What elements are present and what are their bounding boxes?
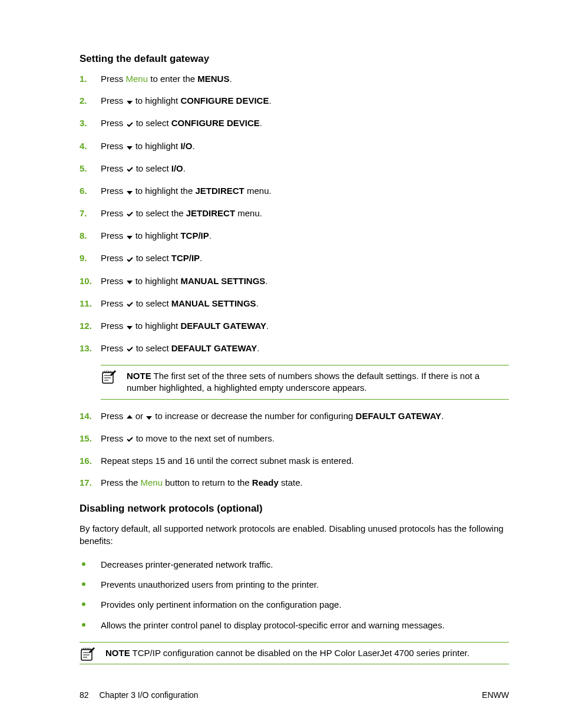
step-num: 4.: [80, 140, 87, 152]
text: to highlight: [133, 230, 181, 241]
step-17: 17.Press the Menu button to return to th…: [80, 477, 509, 489]
text: Press: [101, 141, 126, 151]
check-icon: [127, 343, 133, 355]
bold: JETDIRECT: [186, 208, 235, 218]
step-num: 8.: [80, 230, 87, 242]
footer-right: ENWW: [482, 690, 509, 700]
text: state.: [279, 477, 303, 487]
bold: Ready: [252, 477, 279, 487]
text: Press: [101, 163, 126, 173]
bold: TCP/IP: [171, 253, 200, 263]
step-num: 5.: [80, 163, 87, 174]
note-pencil-icon: [80, 646, 96, 664]
menu-link: Menu: [141, 477, 163, 487]
step-num: 13.: [80, 342, 92, 354]
text: Press: [101, 74, 126, 84]
text: Press: [101, 95, 126, 106]
note-text: The first set of the three sets of numbe…: [127, 371, 480, 393]
step-num: 11.: [80, 298, 92, 309]
check-icon: [127, 208, 133, 220]
text: or: [133, 411, 146, 421]
page-number: 82: [80, 690, 89, 700]
down-arrow-icon: [127, 140, 133, 152]
down-arrow-icon: [127, 321, 133, 332]
down-arrow-icon: [127, 230, 133, 242]
text: .: [257, 343, 259, 353]
heading-default-gateway: Setting the default gateway: [80, 53, 509, 65]
step-16: 16.Repeat steps 15 and 16 until the corr…: [80, 455, 509, 467]
text: Press: [101, 411, 126, 421]
step-num: 2.: [80, 95, 87, 107]
bullet-item: Decreases printer-generated network traf…: [80, 559, 509, 571]
step-9: 9.Press to select TCP/IP.: [80, 252, 509, 265]
bullet-item: Allows the printer control panel to disp…: [80, 620, 509, 631]
step-4: 4.Press to highlight I/O.: [80, 140, 509, 153]
text: to move to the next set of numbers.: [134, 433, 275, 443]
bold: CONFIGURE DEVICE: [171, 118, 260, 128]
down-arrow-icon: [127, 186, 133, 197]
svg-marker-2: [127, 191, 133, 195]
bold: CONFIGURE DEVICE: [180, 95, 269, 106]
svg-marker-0: [127, 101, 133, 104]
page-footer: 82 Chapter 3 I/O configuration ENWW: [80, 690, 509, 700]
text: .: [192, 141, 194, 151]
step-num: 6.: [80, 185, 87, 197]
text: to select the: [134, 208, 186, 218]
text: Press: [101, 118, 126, 128]
text: Press: [101, 276, 126, 286]
note-pencil-icon: [101, 369, 117, 387]
text: Press: [101, 433, 126, 443]
bold: DEFAULT GATEWAY: [180, 321, 266, 331]
bullet-list: Decreases printer-generated network traf…: [80, 559, 509, 631]
note-box-2: NOTE TCP/IP configuration cannot be disa…: [80, 642, 509, 664]
check-icon: [127, 163, 133, 175]
down-arrow-icon: [127, 275, 133, 287]
step-15: 15.Press to move to the next set of numb…: [80, 433, 509, 445]
bold: I/O: [171, 163, 183, 173]
note-text: TCP/IP configuration cannot be disabled …: [130, 648, 470, 658]
bold: TCP/IP: [180, 230, 209, 241]
svg-marker-11: [146, 416, 152, 420]
step-num: 7.: [80, 207, 87, 219]
step-10: 10.Press to highlight MANUAL SETTINGS.: [80, 275, 509, 288]
text: to highlight: [133, 321, 181, 331]
text: Repeat steps 15 and 16 until the correct…: [101, 456, 353, 466]
text: to enter the: [148, 74, 197, 84]
step-num: 17.: [80, 477, 92, 489]
step-3: 3.Press to select CONFIGURE DEVICE.: [80, 117, 509, 130]
svg-marker-1: [127, 146, 133, 150]
step-5: 5.Press to select I/O.: [80, 163, 509, 175]
text: to select: [134, 298, 171, 308]
text: .: [260, 118, 262, 128]
step-12: 12.Press to highlight DEFAULT GATEWAY.: [80, 320, 509, 332]
text: to select: [134, 163, 171, 173]
text: .: [183, 163, 186, 173]
step-7: 7.Press to select the JETDIRECT menu.: [80, 207, 509, 220]
text: .: [265, 276, 267, 286]
bullet-item: Provides only pertinent information on t…: [80, 599, 509, 611]
text: .: [256, 298, 259, 308]
intro-text: By factory default, all supported networ…: [80, 523, 509, 547]
text: Press: [101, 230, 126, 241]
chapter-label: Chapter 3 I/O configuration: [99, 690, 198, 700]
step-11: 11.Press to select MANUAL SETTINGS.: [80, 298, 509, 310]
step-num: 10.: [80, 275, 92, 287]
heading-disable-protocols: Disabling network protocols (optional): [80, 503, 509, 515]
menu-link: Menu: [126, 74, 148, 84]
text: to select: [134, 343, 171, 353]
bold: DEFAULT GATEWAY: [356, 411, 442, 421]
text: Press: [101, 343, 126, 353]
text: .: [269, 95, 271, 106]
step-num: 15.: [80, 433, 92, 444]
check-icon: [127, 433, 133, 445]
svg-marker-4: [127, 281, 133, 284]
step-num: 16.: [80, 455, 92, 467]
step-6: 6.Press to highlight the JETDIRECT menu.: [80, 185, 509, 197]
bold: MENUS: [197, 74, 229, 84]
note-label: NOTE: [105, 648, 130, 658]
step-13: 13.Press to select DEFAULT GATEWAY.: [80, 342, 509, 355]
svg-marker-5: [127, 326, 133, 330]
text: to highlight: [133, 276, 181, 286]
text: menu.: [244, 186, 272, 196]
text: to increase or decrease the number for c…: [153, 411, 355, 421]
